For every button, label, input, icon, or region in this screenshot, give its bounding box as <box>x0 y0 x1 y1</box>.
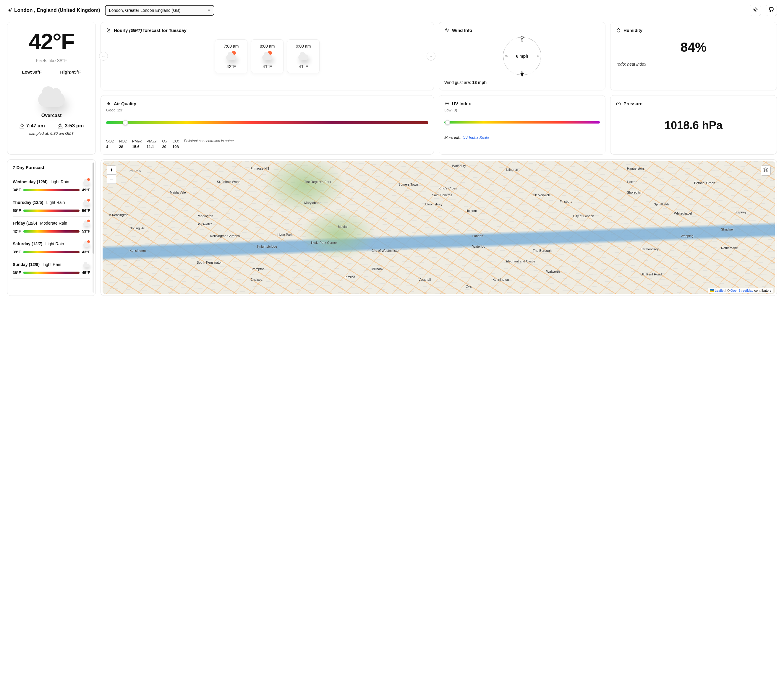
map-place-label: City of Westminster <box>372 249 400 252</box>
forecast-high: 45°F <box>82 270 90 275</box>
map-place-label: The Borough <box>533 249 552 252</box>
forecast-high: 49°F <box>82 188 90 192</box>
map-tiles <box>102 161 775 294</box>
map-place-label: Paddington <box>197 214 213 218</box>
forecast-day: Wednesday (12/4)Light Rain34°F49°F <box>13 175 90 196</box>
map-place-label: Walworth <box>546 270 560 273</box>
map-place-label: Bethnal Green <box>694 181 715 185</box>
forecast-condition-icon <box>82 179 90 185</box>
pressure-card: Pressure 1018.6 hPa <box>610 95 777 155</box>
hourly-prev-button[interactable]: ← <box>99 52 108 61</box>
map-place-label: Whitechapel <box>674 212 692 215</box>
ukraine-flag-icon: 🇺🇦 <box>710 289 715 292</box>
hourglass-icon <box>106 28 112 33</box>
map-place-label: City of London <box>573 214 594 218</box>
forecast-low: 39°F <box>13 250 21 254</box>
forecast-day-name: Friday (12/6) <box>13 221 37 225</box>
map-zoom-out-button[interactable]: − <box>107 174 116 184</box>
forecast-day-name: Saturday (12/7) <box>13 242 42 246</box>
map-place-label: Marylebone <box>304 201 321 204</box>
air-quality-knob <box>123 120 128 125</box>
uv-more-info: More info: UV Index Scale <box>444 135 600 140</box>
hour-time: 9:00 am <box>290 44 316 48</box>
pollutant: O₃:20 <box>162 139 168 149</box>
map-place-label: Old Kent Road <box>640 273 662 276</box>
current-weather-card: 42°F Feels like 38°F Low:38°F High:45°F … <box>7 22 96 155</box>
forecast-condition-icon <box>82 262 90 267</box>
uv-knob <box>445 120 450 125</box>
hourly-next-button[interactable]: → <box>427 52 435 61</box>
map-place-label: n Kensington <box>109 213 128 217</box>
air-quality-bar <box>106 121 428 124</box>
needle-origin-icon <box>520 36 524 39</box>
map-place-label: King's Cross <box>439 186 457 190</box>
location-arrow-icon <box>7 8 12 13</box>
map-place-label: South Kensington <box>197 261 222 264</box>
map-place-label: Haggerston <box>627 167 644 170</box>
forecast-day-name: Thursday (12/5) <box>13 200 43 205</box>
svg-marker-2 <box>764 168 768 170</box>
map-zoom-in-button[interactable]: + <box>107 166 116 174</box>
hour-condition-icon <box>225 51 237 60</box>
forecast-condition: Light Rain <box>45 242 79 246</box>
theme-toggle-button[interactable] <box>750 5 761 16</box>
forecast-temp-bar <box>23 189 80 191</box>
map-place-label: Clerkenwell <box>533 193 550 197</box>
hourly-forecast-card: Hourly (GMT) forecast for Tuesday ← 7:00… <box>100 22 434 91</box>
hour-condition-icon <box>297 51 309 60</box>
needle-arrow-icon <box>520 73 524 77</box>
map-place-label: Elephant and Castle <box>506 260 535 263</box>
osm-link[interactable]: OpenStreetMap <box>730 289 754 292</box>
humidity-todo: Todo: heat index <box>616 62 771 66</box>
forecast-condition: Light Rain <box>51 179 79 184</box>
forecast-condition-icon <box>82 220 90 226</box>
hour-temp: 42°F <box>218 64 244 69</box>
map-place-label: Millbank <box>372 267 384 271</box>
map-place-label: Bayswater <box>197 222 212 226</box>
sunrise: 7:47 am <box>19 123 45 129</box>
map-zoom-control: + − <box>107 166 116 184</box>
map-place-label: Maida Vale <box>170 191 186 194</box>
flame-icon <box>106 101 112 106</box>
pressure-value: 1018.6 hPa <box>616 119 771 132</box>
map-place-label: Hoxton <box>627 180 637 184</box>
map-place-label: Saint Pancras <box>432 193 452 197</box>
forecast-temp-bar <box>23 230 80 232</box>
uv-summary: Low (0) <box>444 108 600 112</box>
pollutant: CO:198 <box>172 139 179 149</box>
sunrise-icon <box>19 123 25 128</box>
map-canvas[interactable]: BansburyIslingtonHaggerstonn's ParkPrimr… <box>102 161 775 294</box>
sun-icon <box>753 7 758 13</box>
forecast-low: 50°F <box>13 208 21 213</box>
map-place-label: Wapping <box>681 234 693 238</box>
leaflet-link[interactable]: Leaflet <box>715 289 725 292</box>
hour-card: 9:00 am41°F <box>287 39 320 73</box>
hour-temp: 41°F <box>254 64 280 69</box>
location-select[interactable]: London, Greater London England (GB) <box>105 5 214 16</box>
map-place-label: Kensington <box>130 249 146 252</box>
map-place-label: Rotherhithe <box>721 246 738 250</box>
pollutant: SO₂:4 <box>106 139 114 149</box>
uv-scale-link[interactable]: UV Index Scale <box>462 135 489 140</box>
map-layers-button[interactable] <box>761 166 771 176</box>
map-place-label: Waterloo <box>473 245 486 248</box>
hour-card: 8:00 am41°F <box>251 39 283 73</box>
map-place-label: St. John's Wood <box>217 180 240 184</box>
pollutant: PM₁₀:15.6 <box>132 139 142 149</box>
wind-speed: 6 mph <box>516 54 528 59</box>
map-place-label: n's Park <box>130 170 141 173</box>
map-card: BansburyIslingtonHaggerstonn's ParkPrimr… <box>100 159 777 296</box>
map-place-label: Islington <box>506 168 518 171</box>
location-label: London , England (United Kingdom) <box>7 7 100 13</box>
wind-icon <box>444 28 450 33</box>
sunset: 3:53 pm <box>58 123 84 129</box>
map-place-label: Stepney <box>735 211 746 214</box>
forecast-condition: Light Rain <box>43 262 79 267</box>
humidity-card: Humidity 84% Todo: heat index <box>610 22 777 91</box>
forecast-high: 43°F <box>82 250 90 254</box>
map-place-label: Hyde Park <box>277 233 292 236</box>
map-place-label: Shoreditch <box>627 191 643 194</box>
map-place-label: Bansbury <box>452 164 466 168</box>
forecast-temp-bar <box>23 272 80 274</box>
github-button[interactable] <box>766 5 777 16</box>
